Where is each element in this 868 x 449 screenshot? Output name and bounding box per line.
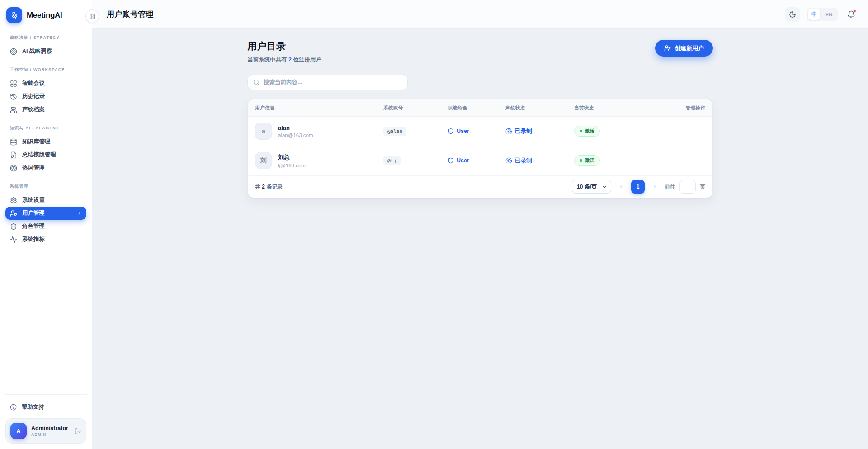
nav-section-ai-agent: 知识与 AI / AI AGENT	[5, 125, 86, 131]
logout-icon[interactable]	[75, 428, 81, 435]
sidebar-item-label: 历史记录	[22, 93, 45, 100]
user-plus-icon	[664, 45, 671, 52]
column-header-voice-status: 声纹状态	[505, 105, 574, 111]
column-header-account: 系统账号	[383, 105, 448, 111]
sidebar-item-label: 用户管理	[22, 209, 45, 217]
topbar-controls: 中 EN	[785, 7, 855, 22]
user-identity: 刘总 lj@163.com	[278, 153, 306, 168]
fingerprint-icon	[505, 157, 512, 164]
sidebar-item-smart-meeting[interactable]: 智能会议	[5, 77, 86, 90]
table-footer: 共 2 条记录 10 条/页	[248, 175, 712, 198]
notifications-button[interactable]	[847, 10, 855, 19]
database-icon	[10, 138, 17, 146]
status-label: 激活	[585, 128, 594, 134]
nav-section-strategy: 战略决策 / STRATEGY	[5, 35, 86, 41]
current-user-role: ADMIN	[31, 432, 70, 437]
status-badge: 激活	[574, 126, 600, 137]
table-header-row: 用户信息 系统账号 职能角色 声纹状态 当前状态 管理操作	[248, 99, 712, 117]
lang-zh-button[interactable]: 中	[808, 9, 820, 20]
page-size-select[interactable]: 10 条/页	[577, 184, 598, 190]
chevron-right-icon	[77, 211, 82, 216]
sidebar-item-system-settings[interactable]: 系统设置	[5, 194, 86, 207]
divider	[5, 394, 87, 395]
page-size-select-wrap: 10 条/页	[572, 180, 611, 194]
avatar: 刘	[255, 152, 272, 169]
shield-icon	[448, 157, 454, 164]
user-email: alan@163.com	[278, 132, 313, 138]
content-header: 用户目录 当前系统中共有 2 位注册用户 创建新用户	[247, 40, 713, 64]
table-row[interactable]: a alan alan@163.com @alan User 已录制	[248, 117, 712, 146]
sidebar-item-label: 总结模版管理	[22, 151, 56, 159]
goto-page-input[interactable]	[679, 180, 696, 194]
app-logo[interactable]: MeetingAI	[5, 6, 86, 26]
section-title: 用户目录	[247, 40, 321, 52]
dark-mode-toggle[interactable]	[785, 7, 800, 22]
current-user-name: Administrator	[31, 425, 70, 431]
moon-icon	[789, 11, 796, 18]
sidebar-nav: 战略决策 / STRATEGY AI 战略洞察 工作空间 / WORKSPACE…	[5, 26, 86, 246]
role-cell: User	[448, 157, 505, 164]
status-dot	[580, 130, 582, 132]
sidebar-item-user-management[interactable]: 用户管理	[5, 207, 86, 220]
pagination: 10 条/页 1 前往 页	[572, 180, 705, 194]
status-dot	[580, 159, 582, 162]
search-input[interactable]	[264, 79, 402, 85]
sidebar-item-system-metrics[interactable]: 系统指标	[5, 233, 86, 246]
help-support-button[interactable]: 帮助支持	[5, 400, 86, 414]
chevron-left-icon	[618, 184, 624, 189]
sidebar-item-role-management[interactable]: 角色管理	[5, 220, 86, 233]
activity-icon	[10, 236, 17, 243]
sidebar-item-history[interactable]: 历史记录	[5, 90, 86, 103]
next-page-button[interactable]	[649, 180, 660, 194]
voice-status-cell: 已录制	[505, 157, 574, 165]
sidebar-collapse-button[interactable]	[85, 9, 99, 23]
main-area: 用户账号管理 中 EN 用户目录 当前系统中共有 2	[92, 0, 868, 449]
sidebar-item-ai-strategy[interactable]: AI 战略洞察	[5, 45, 86, 58]
content: 用户目录 当前系统中共有 2 位注册用户 创建新用户	[92, 29, 868, 449]
sidebar-item-hotwords[interactable]: 热词管理	[5, 161, 86, 175]
column-header-role: 职能角色	[448, 105, 505, 111]
page-unit-label: 页	[700, 183, 705, 191]
current-user-meta: Administrator ADMIN	[31, 425, 70, 437]
grid-icon	[10, 80, 17, 87]
notification-dot	[853, 9, 856, 13]
nav-section-system: 系统管理	[5, 184, 86, 189]
gear-icon	[10, 197, 17, 204]
role-label: User	[457, 128, 469, 134]
page-title: 用户账号管理	[107, 9, 154, 19]
nav-section-workspace: 工作空间 / WORKSPACE	[5, 67, 86, 73]
sidebar-item-label: 热词管理	[22, 164, 45, 172]
status-cell: 激活	[574, 126, 674, 137]
lang-en-button[interactable]: EN	[821, 12, 837, 17]
user-cell: 刘 刘总 lj@163.com	[255, 152, 383, 169]
target-icon	[10, 48, 17, 55]
sidebar-item-voiceprint-archive[interactable]: 声纹档案	[5, 103, 86, 116]
user-cog-icon	[10, 210, 17, 217]
prev-page-button[interactable]	[615, 180, 627, 194]
avatar: A	[10, 423, 27, 439]
sidebar-item-label: 系统指标	[22, 236, 45, 243]
user-email: lj@163.com	[278, 163, 306, 168]
fingerprint-icon	[505, 128, 512, 135]
role-cell: User	[448, 128, 505, 134]
user-count: 2	[288, 57, 292, 63]
sidebar-item-knowledge-base[interactable]: 知识库管理	[5, 135, 86, 148]
language-toggle: 中 EN	[807, 8, 838, 21]
create-user-button[interactable]: 创建新用户	[655, 40, 713, 57]
table-row[interactable]: 刘 刘总 lj@163.com @lj User 已录制	[248, 146, 712, 175]
user-name: alan	[278, 124, 313, 131]
history-icon	[10, 93, 17, 100]
voice-status-label: 已录制	[515, 128, 532, 135]
search-box	[247, 75, 408, 90]
sidebar-item-summary-templates[interactable]: 总结模版管理	[5, 148, 86, 161]
status-label: 激活	[585, 157, 594, 164]
users-icon	[10, 106, 17, 113]
users-table: 用户信息 系统账号 职能角色 声纹状态 当前状态 管理操作 a alan ala…	[247, 99, 713, 198]
sidebar-item-label: 智能会议	[22, 80, 45, 87]
user-name: 刘总	[278, 153, 306, 161]
sidebar-footer: 帮助支持 A Administrator ADMIN	[5, 394, 86, 444]
current-page-button[interactable]: 1	[631, 180, 645, 194]
user-identity: alan alan@163.com	[278, 124, 313, 138]
mic-icon	[6, 7, 22, 23]
current-user-card[interactable]: A Administrator ADMIN	[5, 418, 86, 444]
